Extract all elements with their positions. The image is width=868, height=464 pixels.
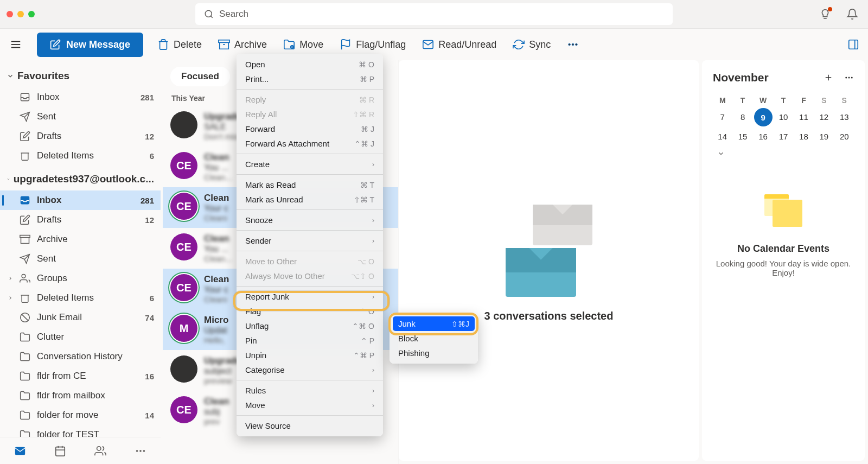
menu-item-move[interactable]: Move›	[237, 398, 383, 412]
calendar-day[interactable]: 7	[713, 108, 732, 126]
menu-item-label: Flag	[245, 307, 261, 316]
menu-item-view-source[interactable]: View Source	[237, 418, 383, 433]
sidebar-item-archive[interactable]: Archive	[0, 230, 161, 249]
calendar-day[interactable]: 20	[835, 128, 854, 145]
menu-separator	[237, 286, 383, 287]
sent-icon	[20, 111, 30, 122]
nav-people[interactable]	[90, 441, 111, 461]
avatar: CE	[170, 152, 197, 179]
delete-button[interactable]: Delete	[155, 35, 204, 54]
calendar-more-button[interactable]	[844, 73, 854, 82]
sidebar-item-deleted-items[interactable]: Deleted Items6	[0, 146, 161, 166]
calendar-dayname: T	[733, 93, 752, 108]
folder-icon	[20, 410, 30, 421]
calendar-day[interactable]: 14	[713, 128, 732, 145]
tab-focused[interactable]: Focused	[170, 67, 230, 86]
calendar-day[interactable]: 16	[754, 128, 773, 145]
notifications-button[interactable]	[846, 8, 858, 20]
hamburger-menu-button[interactable]	[7, 35, 25, 54]
nav-calendar[interactable]	[50, 441, 71, 461]
calendar-day[interactable]: 9	[754, 108, 773, 126]
svg-point-30	[139, 450, 142, 452]
close-window-button[interactable]	[7, 11, 13, 17]
calendar-dayname: S	[814, 93, 833, 108]
sidebar-item-sent[interactable]: Sent	[0, 107, 161, 126]
sidebar-item-fldr-from-ce[interactable]: fldr from CE16	[0, 366, 161, 386]
nav-more[interactable]	[130, 441, 151, 461]
minimize-window-button[interactable]	[17, 11, 24, 17]
menu-item-forward[interactable]: Forward⌘ J	[237, 122, 383, 136]
menu-item-rules[interactable]: Rules›	[237, 383, 383, 398]
svg-rect-24	[56, 447, 65, 456]
calendar-day[interactable]: 12	[814, 108, 833, 126]
calendar-day[interactable]: 11	[794, 108, 813, 126]
sidebar-item-groups[interactable]: Groups	[0, 269, 161, 288]
sidebar-item-fldr-from-mailbox[interactable]: fldr from mailbox	[0, 386, 161, 405]
move-button[interactable]: Move	[281, 35, 326, 54]
sidebar-item-clutter[interactable]: Clutter	[0, 327, 161, 347]
calendar-day[interactable]: 10	[774, 108, 793, 126]
sidebar-item-drafts[interactable]: Drafts12	[0, 210, 161, 230]
menu-item-report-junk[interactable]: Report Junk›	[237, 289, 383, 304]
folder-icon	[20, 332, 30, 342]
read-unread-button[interactable]: Read/Unread	[420, 35, 499, 54]
calendar-empty-state: No Calendar Events Looking good! Your da…	[713, 194, 854, 277]
calendar-add-button[interactable]	[824, 73, 833, 82]
flag-label: Flag/Unflag	[356, 39, 406, 50]
calendar-day[interactable]: 8	[733, 108, 752, 126]
new-message-button[interactable]: New Message	[37, 33, 143, 57]
compose-icon	[50, 39, 61, 50]
sidebar-item-label: Clutter	[37, 332, 64, 342]
sidebar-item-deleted-items[interactable]: Deleted Items6	[0, 288, 161, 308]
sidebar-item-conversation-history[interactable]: Conversation History	[0, 347, 161, 366]
maximize-window-button[interactable]	[28, 11, 35, 17]
menu-item-mark-as-unread[interactable]: Mark as Unread⇧⌘ T	[237, 192, 383, 207]
menu-item-label: Pin	[245, 336, 257, 345]
trash-icon	[157, 39, 169, 50]
menu-item-pin[interactable]: Pin⌃ P	[237, 333, 383, 348]
calendar-day[interactable]: 17	[774, 128, 793, 145]
nav-mail[interactable]	[10, 441, 30, 461]
flag-button[interactable]: Flag/Unflag	[337, 35, 408, 54]
calendar-expand-button[interactable]	[713, 145, 854, 162]
menu-item-unpin[interactable]: Unpin⌃⌘ P	[237, 348, 383, 363]
calendar-day[interactable]: 13	[835, 108, 854, 126]
lightbulb-button[interactable]	[819, 8, 831, 20]
submenu-item-junk[interactable]: Junk⇧⌘J	[393, 316, 475, 331]
panel-toggle-button[interactable]	[845, 35, 861, 54]
titlebar: Search	[0, 0, 868, 29]
sidebar-item-junk-email[interactable]: Junk Email74	[0, 308, 161, 327]
archive-button[interactable]: Archive	[216, 35, 269, 54]
sidebar-header-account[interactable]: upgradetest937@outlook.c...	[0, 168, 161, 190]
menu-item-print-[interactable]: Print...⌘ P	[237, 72, 383, 86]
menu-item-categorise[interactable]: Categorise›	[237, 363, 383, 377]
people-icon	[94, 445, 106, 457]
menu-item-snooze[interactable]: Snooze›	[237, 213, 383, 227]
sidebar-item-drafts[interactable]: Drafts12	[0, 126, 161, 146]
sidebar-item-inbox[interactable]: Inbox281	[0, 190, 161, 210]
calendar-day[interactable]: 19	[814, 128, 833, 145]
submenu-item-block[interactable]: Block	[390, 331, 478, 346]
sidebar-item-inbox[interactable]: Inbox281	[0, 87, 161, 107]
menu-item-create[interactable]: Create›	[237, 157, 383, 171]
calendar-dayname: F	[794, 93, 813, 108]
calendar-day[interactable]: 15	[733, 128, 752, 145]
menu-item-open[interactable]: Open⌘ O	[237, 57, 383, 72]
sidebar-item-label: Inbox	[37, 92, 60, 103]
submenu-item-phishing[interactable]: Phishing	[390, 346, 478, 360]
sidebar-item-sent[interactable]: Sent	[0, 249, 161, 269]
sidebar-header-favourites[interactable]: Favourites	[0, 65, 161, 87]
sidebar-item-folder-for-move[interactable]: folder for move14	[0, 405, 161, 425]
menu-item-unflag[interactable]: Unflag⌃⌘ O	[237, 319, 383, 333]
search-input[interactable]: Search	[195, 3, 673, 25]
more-button[interactable]	[565, 35, 581, 54]
menu-item-forward-as-attachment[interactable]: Forward As Attachment⌃⌘ J	[237, 136, 383, 151]
sync-button[interactable]: Sync	[510, 35, 553, 54]
menu-item-sender[interactable]: Sender›	[237, 233, 383, 248]
archive-icon	[20, 234, 30, 245]
menu-item-flag[interactable]: Flag⌃ O	[237, 304, 383, 319]
archive-icon	[218, 39, 230, 50]
svg-point-36	[851, 77, 853, 79]
menu-item-mark-as-read[interactable]: Mark as Read⌘ T	[237, 177, 383, 192]
calendar-day[interactable]: 18	[794, 128, 813, 145]
